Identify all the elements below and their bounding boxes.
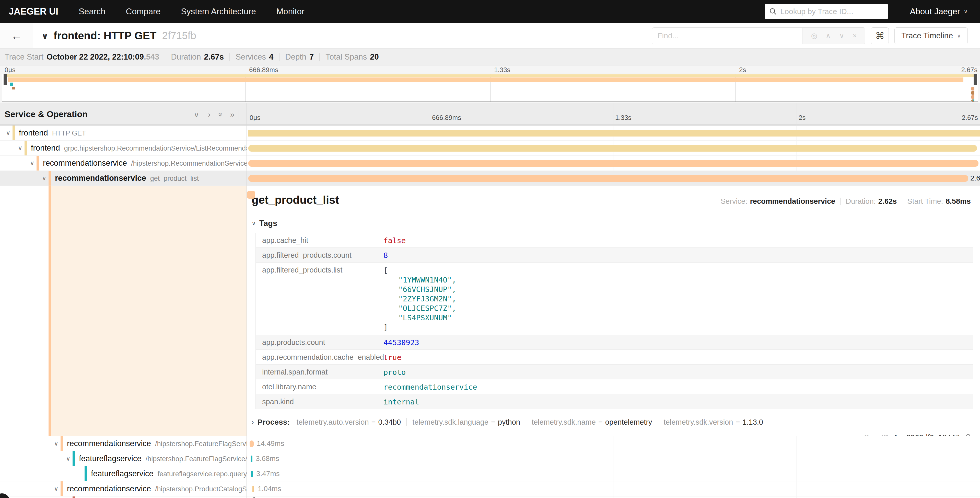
process-value: 1.13.0: [742, 418, 763, 426]
span-duration-label: 14.49ms: [257, 439, 284, 448]
span-duration-bar[interactable]: [253, 497, 255, 498]
tag-row: app.products.count 44530923: [256, 335, 973, 350]
tags-section-toggle[interactable]: ∨ Tags: [251, 219, 971, 228]
minimap-tick: 2.67s: [961, 66, 977, 74]
ruler-tick: 2.67s: [962, 114, 978, 122]
chevron-down-icon: ∨: [251, 220, 256, 227]
pane-divider[interactable]: [247, 103, 247, 498]
span-row-frontend-http-get[interactable]: ∨ frontend HTTP GET: [0, 126, 980, 140]
nav-item-monitor[interactable]: Monitor: [277, 6, 304, 16]
span-duration-bar[interactable]: [252, 486, 254, 492]
span-duration-bar[interactable]: [251, 471, 253, 477]
span-color-bar: [73, 496, 75, 498]
span-duration-bar[interactable]: [248, 145, 977, 152]
span-id-value: 1ca2262df0e18447: [894, 433, 959, 436]
view-selector[interactable]: Trace Timeline ∨: [894, 27, 968, 44]
span-service: featureflagservice: [91, 469, 154, 478]
link-icon[interactable]: [963, 433, 971, 436]
back-arrow-icon: ←: [11, 29, 22, 42]
span-duration-bar[interactable]: [248, 175, 968, 182]
trace-minimap[interactable]: 0μs 666.89ms 1.33s 2s 2.67s: [0, 65, 980, 103]
selected-span-expansion: [0, 186, 247, 436]
span-row-frontend-grpc[interactable]: ∨ frontend grpc.hipstershop.Recommendati…: [0, 140, 980, 156]
clear-find-icon[interactable]: ×: [853, 32, 857, 40]
tag-value: recommendationservice: [376, 379, 477, 394]
duration-value: 2.62s: [878, 197, 897, 206]
tag-value: false: [376, 233, 406, 247]
tags-table: app.cache_hit false app.filtered_product…: [256, 233, 974, 409]
keyboard-shortcuts-button[interactable]: ⌘: [871, 27, 889, 44]
collapse-all-icon[interactable]: »: [216, 112, 225, 117]
nav-item-system-architecture[interactable]: System Architecture: [181, 6, 256, 16]
services-value: 4: [269, 53, 274, 62]
next-match-icon[interactable]: ∨: [839, 32, 844, 40]
app-brand[interactable]: JAEGER UI: [9, 6, 58, 17]
chevron-down-icon[interactable]: ∨: [42, 175, 46, 182]
span-duration-bar[interactable]: [248, 130, 980, 137]
minimap-tick: 0μs: [5, 66, 15, 74]
chevron-down-icon[interactable]: ∨: [66, 455, 70, 462]
chevron-down-icon[interactable]: ∨: [54, 440, 59, 447]
trace-id-lookup-input[interactable]: [781, 7, 884, 16]
chevron-down-icon[interactable]: ∨: [18, 144, 22, 152]
minimap-span-bar: [971, 91, 974, 94]
back-button[interactable]: ←: [0, 23, 33, 48]
find-field[interactable]: [652, 28, 802, 44]
span-operation: HTTP GET: [52, 129, 86, 137]
duration-value: 2.67s: [204, 53, 224, 62]
service-value: recommendationservice: [750, 197, 835, 206]
process-section-toggle[interactable]: › Process: telemetry.auto.version=0.34b0…: [251, 418, 971, 426]
focus-match-icon[interactable]: ◎: [811, 32, 817, 40]
start-time-label: Start Time:: [907, 197, 943, 206]
find-controls: ◎ ∧ ∨ ×: [802, 28, 865, 44]
nav-item-compare[interactable]: Compare: [126, 6, 161, 16]
minimap-tick: 2s: [739, 66, 746, 74]
tag-row: app.cache_hit false: [256, 233, 973, 247]
span-service: recommendationservice: [55, 174, 146, 183]
collapse-trace-chevron-icon[interactable]: ∨: [41, 31, 49, 41]
find-input[interactable]: [657, 32, 797, 40]
span-duration-bar[interactable]: [250, 441, 254, 447]
span-operation: grpc.hipstershop.RecommendationService/L…: [64, 144, 247, 152]
chevron-down-icon[interactable]: ∨: [6, 129, 11, 137]
collapse-one-icon[interactable]: ∨: [194, 110, 199, 119]
tag-value: 8: [376, 248, 388, 262]
span-duration-bar[interactable]: [248, 160, 978, 167]
tag-row: app.recommendation.cache_enabled true: [256, 350, 973, 364]
span-row-product-catalog[interactable]: ∨ recommendationservice /hipstershop.Pro…: [0, 481, 980, 496]
nav-item-search[interactable]: Search: [79, 6, 105, 16]
span-row-featureflag-repo-query[interactable]: featureflagservice featureflagservice.re…: [0, 466, 980, 481]
minimap-canvas[interactable]: [2, 73, 978, 102]
trace-start-value: October 22 2022, 22:10:09: [46, 53, 144, 62]
divider: [251, 213, 971, 213]
chevron-down-icon[interactable]: ∨: [54, 485, 59, 492]
minimap-span-bar: [8, 77, 963, 82]
span-operation: featureflagservice.repo.query:fe...: [158, 470, 247, 478]
process-value: 0.34b0: [379, 418, 401, 426]
top-navbar: JAEGER UI Search Compare System Architec…: [0, 0, 980, 23]
minimap-right-scrubber-handle[interactable]: [974, 74, 977, 85]
span-row-featureflag-parent[interactable]: ∨ recommendationservice /hipstershop.Fea…: [0, 436, 980, 451]
span-row-featureflag-get[interactable]: ∨ featureflagservice /hipstershop.Featur…: [0, 451, 980, 466]
tag-value: true: [376, 350, 401, 364]
span-duration-bar[interactable]: [251, 456, 252, 462]
span-row-get-product-list[interactable]: ∨ recommendationservice get_product_list…: [0, 171, 980, 186]
chevron-down-icon[interactable]: ∨: [30, 160, 35, 167]
about-jaeger-menu[interactable]: About Jaeger ∨: [910, 6, 968, 16]
span-service: frontend: [19, 128, 48, 137]
span-row-recommendation-list[interactable]: ∨ recommendationservice /hipstershop.Rec…: [0, 156, 980, 171]
trace-id-lookup[interactable]: [765, 4, 888, 19]
depth-label: Depth: [285, 53, 306, 62]
services-label: Services: [235, 53, 266, 62]
depth-value: 7: [309, 53, 314, 62]
span-id-row: SpanID: 1ca2262df0e18447: [251, 433, 971, 436]
expand-all-icon[interactable]: »: [230, 110, 234, 119]
span-color-bar: [49, 171, 51, 185]
prev-match-icon[interactable]: ∧: [826, 32, 831, 40]
column-resize-grip[interactable]: [239, 110, 241, 119]
process-value: python: [498, 418, 520, 426]
ruler-tick: 0μs: [250, 114, 260, 122]
span-row-partial[interactable]: [0, 496, 980, 498]
minimap-left-scrubber-handle[interactable]: [3, 74, 6, 85]
expand-one-icon[interactable]: ›: [208, 110, 210, 119]
